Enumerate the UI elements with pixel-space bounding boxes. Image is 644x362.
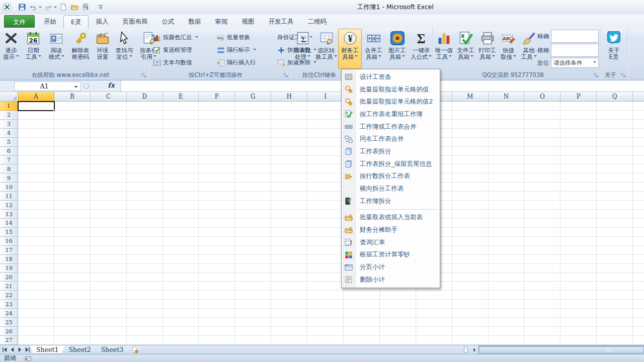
- save-icon[interactable]: [17, 2, 27, 12]
- cell-P22[interactable]: [560, 291, 597, 300]
- cell-J26[interactable]: [344, 327, 380, 336]
- cell-D20[interactable]: [127, 273, 163, 282]
- cell-G27[interactable]: [235, 336, 271, 345]
- sheet-tab-Sheet2[interactable]: Sheet2: [62, 345, 97, 354]
- cell-C25[interactable]: [91, 318, 127, 327]
- cell-E6[interactable]: [163, 147, 199, 156]
- cell-P16[interactable]: [560, 237, 597, 246]
- column-header-D[interactable]: D: [127, 92, 163, 102]
- last-sheet-button[interactable]: [24, 345, 31, 354]
- sheet-tab-Sheet1[interactable]: Sheet1: [30, 345, 64, 354]
- cell-C21[interactable]: [91, 282, 127, 291]
- cell-E27[interactable]: [163, 336, 199, 345]
- hscroll-left-arrow[interactable]: [470, 346, 477, 354]
- cell-O26[interactable]: [524, 327, 560, 336]
- cell-I12[interactable]: [307, 201, 344, 210]
- cell-P2[interactable]: [560, 111, 597, 120]
- cell-A16[interactable]: [18, 237, 54, 246]
- cell-C20[interactable]: [91, 273, 127, 282]
- cell-L22[interactable]: [416, 291, 452, 300]
- cell-M23[interactable]: [452, 300, 489, 309]
- row-header-12[interactable]: 12: [0, 201, 18, 210]
- cell-F8[interactable]: [199, 164, 235, 173]
- cell-Q18[interactable]: [597, 255, 633, 264]
- cell-L24[interactable]: [416, 309, 452, 318]
- cell-A3[interactable]: [18, 120, 54, 129]
- cell-F9[interactable]: [199, 173, 235, 183]
- cell-Q5[interactable]: [597, 138, 633, 147]
- cell-F6[interactable]: [199, 147, 235, 156]
- cell-M4[interactable]: [452, 129, 489, 138]
- ribbon-button-阅读模式[interactable]: 阅读模式: [45, 29, 68, 69]
- cell-B13[interactable]: [54, 210, 91, 219]
- cell-M27[interactable]: [452, 336, 489, 345]
- cell-A27[interactable]: [18, 336, 54, 345]
- cell-B14[interactable]: [54, 219, 91, 228]
- cell-A21[interactable]: [18, 282, 54, 291]
- cell-I21[interactable]: [307, 282, 344, 291]
- cell-Q23[interactable]: [597, 300, 633, 309]
- cell-M25[interactable]: [452, 318, 489, 327]
- cell-C13[interactable]: [91, 210, 127, 219]
- cell-O1[interactable]: [524, 102, 560, 111]
- column-header-E[interactable]: E: [163, 92, 199, 102]
- cell-H19[interactable]: [271, 264, 307, 273]
- cell-Q9[interactable]: [597, 173, 633, 183]
- insert-worksheet-tab[interactable]: [127, 345, 142, 354]
- cell-I1[interactable]: [307, 102, 344, 111]
- row-header-10[interactable]: 10: [0, 183, 18, 192]
- row-header-21[interactable]: 21: [0, 282, 18, 291]
- cell-F4[interactable]: [199, 129, 235, 138]
- menu-item-工作表拆分[interactable]: 工作表拆分: [342, 145, 440, 158]
- cell-C8[interactable]: [91, 164, 127, 173]
- cell-C4[interactable]: [91, 129, 127, 138]
- cell-G6[interactable]: [235, 147, 271, 156]
- cell-O23[interactable]: [524, 300, 560, 309]
- ribbon-button-报表批处理[interactable]: Σ报表批处理: [291, 29, 314, 69]
- excel-app-icon[interactable]: [2, 2, 12, 12]
- cell-N23[interactable]: [489, 300, 525, 309]
- cell-Q25[interactable]: [597, 318, 633, 327]
- cell-O27[interactable]: [524, 336, 560, 345]
- dialog-launcher-icon[interactable]: [141, 72, 147, 78]
- cell-I16[interactable]: [307, 237, 344, 246]
- ribbon-tab-8[interactable]: 视图: [234, 15, 261, 28]
- cell-M20[interactable]: [452, 273, 489, 282]
- cell-B16[interactable]: [54, 237, 91, 246]
- cell-G25[interactable]: [235, 318, 271, 327]
- cell-D7[interactable]: [127, 156, 163, 165]
- cell-N1[interactable]: [489, 102, 525, 111]
- cell-I9[interactable]: [307, 173, 344, 183]
- cell-F12[interactable]: [199, 201, 235, 210]
- new-document-icon[interactable]: [58, 2, 68, 12]
- cell-G1[interactable]: [235, 102, 271, 111]
- cell-G10[interactable]: [235, 183, 271, 192]
- column-header-Q[interactable]: Q: [597, 92, 633, 102]
- cell-F3[interactable]: [199, 120, 235, 129]
- cell-A7[interactable]: [18, 156, 54, 165]
- cell-K25[interactable]: [380, 318, 416, 327]
- cell-Q22[interactable]: [597, 291, 633, 300]
- cell-E16[interactable]: [163, 237, 199, 246]
- cell-P23[interactable]: [560, 300, 597, 309]
- cell-partial[interactable]: [633, 111, 644, 120]
- fuzzy-input[interactable]: [551, 44, 599, 57]
- column-header-I[interactable]: I: [307, 92, 344, 102]
- ribbon-tab-10[interactable]: 二维码: [300, 15, 334, 28]
- cell-C7[interactable]: [91, 156, 127, 165]
- menu-item-按工作表名重组工作簿[interactable]: 按工作表名重组工作簿: [342, 108, 440, 121]
- cell-D5[interactable]: [127, 138, 163, 147]
- cell-D23[interactable]: [127, 300, 163, 309]
- cell-P14[interactable]: [560, 219, 597, 228]
- cell-partial[interactable]: [633, 147, 644, 156]
- cell-G15[interactable]: [235, 228, 271, 237]
- cell-A10[interactable]: [18, 183, 54, 192]
- cell-B1[interactable]: [54, 102, 91, 111]
- cell-P12[interactable]: [560, 201, 597, 210]
- cell-N6[interactable]: [489, 147, 525, 156]
- cell-N13[interactable]: [489, 210, 525, 219]
- cell-B24[interactable]: [54, 309, 91, 318]
- cell-G23[interactable]: [235, 300, 271, 309]
- cell-H16[interactable]: [271, 237, 307, 246]
- cell-I24[interactable]: [307, 309, 344, 318]
